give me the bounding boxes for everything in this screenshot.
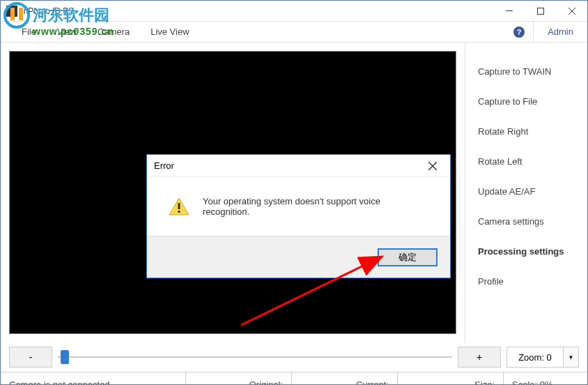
menubar: File View Camera Live View ? Admin: [1, 22, 587, 43]
sidebar-item-rotate-right[interactable]: Rotate Right: [465, 116, 587, 146]
svg-rect-3: [178, 211, 180, 213]
help-icon[interactable]: ?: [513, 27, 525, 38]
titlebar: inPhoto ID PS: [1, 1, 587, 22]
menu-camera[interactable]: Camera: [87, 22, 140, 42]
menu-view[interactable]: View: [47, 22, 87, 42]
sidebar-item-capture-twain[interactable]: Capture to TWAIN: [465, 56, 587, 86]
svg-rect-1: [537, 8, 543, 14]
sidebar-item-camera-settings[interactable]: Camera settings: [465, 206, 587, 236]
close-icon: [428, 162, 437, 170]
svg-rect-0: [506, 10, 513, 11]
sidebar-item-processing-settings[interactable]: Processing settings: [465, 236, 587, 266]
dialog-ok-button[interactable]: 确定: [378, 248, 438, 266]
minimize-button[interactable]: [493, 1, 525, 21]
dialog-title: Error: [154, 160, 422, 171]
zoom-value: Zoom: 0: [506, 347, 564, 368]
window-title: inPhoto ID PS: [22, 6, 493, 16]
zoom-slider[interactable]: [58, 347, 452, 368]
sidebar-item-update-ae-af[interactable]: Update AE/AF: [465, 176, 587, 206]
menu-live-view[interactable]: Live View: [140, 22, 199, 42]
admin-link[interactable]: Admin: [534, 22, 587, 42]
side-panel: Capture to TWAIN Capture to File Rotate …: [465, 43, 587, 342]
dialog-message: Your operating system doesn't support vo…: [203, 196, 429, 217]
error-dialog: Error Your operating system doesn't supp…: [146, 154, 451, 278]
app-icon: [6, 6, 17, 17]
svg-rect-2: [178, 203, 180, 209]
dialog-titlebar: Error: [147, 155, 450, 177]
maximize-icon: [537, 8, 544, 15]
close-icon: [568, 8, 575, 15]
warning-icon: [168, 197, 190, 216]
dialog-close-button[interactable]: [422, 158, 443, 174]
status-size: Size:: [398, 372, 504, 385]
statusbar: Camera is not connected Original: Curren…: [1, 372, 587, 385]
sidebar-item-capture-file[interactable]: Capture to File: [465, 86, 587, 116]
status-connection: Camera is not connected: [1, 372, 186, 385]
sidebar-item-profile[interactable]: Profile: [465, 266, 587, 296]
maximize-button[interactable]: [525, 1, 556, 21]
slider-thumb[interactable]: [61, 350, 69, 364]
status-original: Original:: [186, 372, 292, 385]
zoom-in-button[interactable]: +: [458, 347, 501, 368]
minimize-icon: [506, 10, 513, 11]
status-scale: Scale: 0%: [504, 372, 587, 385]
zoom-out-button[interactable]: -: [9, 347, 52, 368]
menu-file[interactable]: File: [11, 22, 47, 42]
slider-track: [58, 356, 452, 358]
close-button[interactable]: [556, 1, 587, 21]
sidebar-item-rotate-left[interactable]: Rotate Left: [465, 146, 587, 176]
status-current: Current:: [292, 372, 398, 385]
zoom-controls: - + Zoom: 0 ▼: [1, 342, 587, 372]
zoom-dropdown[interactable]: ▼: [564, 347, 579, 368]
